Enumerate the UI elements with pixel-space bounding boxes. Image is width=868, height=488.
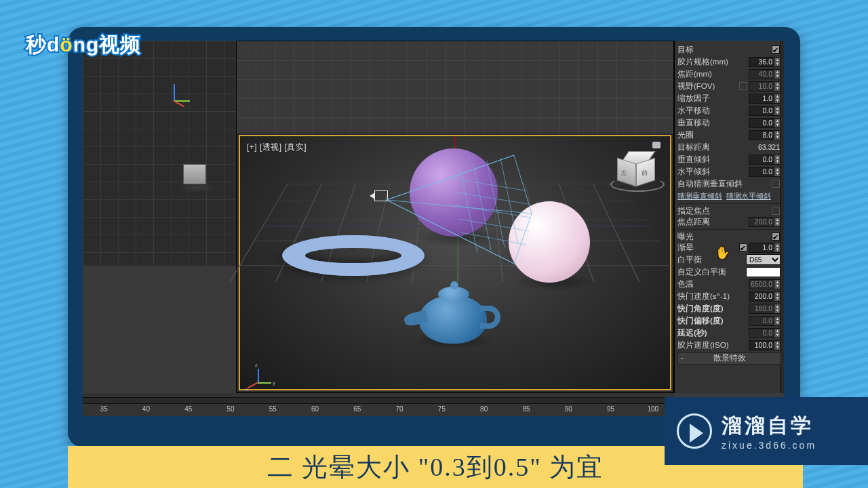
white-balance-select[interactable]: D65 [746, 254, 781, 265]
htilt-input[interactable] [749, 167, 774, 177]
zoom-factor-label: 缩放因子 [677, 92, 749, 104]
specify-focus-checkbox[interactable] [772, 207, 780, 215]
hshift-input[interactable] [749, 106, 774, 116]
fnumber-input[interactable] [749, 130, 774, 140]
target-distance-label: 目标距离 [677, 141, 749, 153]
shutter-angle-input[interactable] [749, 304, 774, 314]
focus-distance-input[interactable] [749, 217, 774, 227]
white-balance-label: 白平衡 [677, 253, 746, 266]
film-gauge-input[interactable] [749, 57, 774, 67]
exposure-label: 曝光 [677, 230, 772, 243]
vtilt-label: 垂直倾斜 [677, 153, 749, 165]
hshift-label: 水平移动 [677, 104, 749, 117]
shutter-offset-input[interactable] [749, 316, 774, 326]
fnumber-label: 光圈 [677, 129, 749, 141]
focal-length-input[interactable] [749, 69, 774, 79]
iso-input[interactable] [749, 340, 774, 350]
vignette-label: 渐晕 [677, 241, 739, 253]
scene-area[interactable]: [+] [透视] [真实] y [239, 135, 671, 390]
target-label: 目标 [677, 43, 772, 56]
torus-object[interactable] [282, 235, 425, 276]
focus-distance-label: 焦点距离 [677, 216, 749, 228]
auto-guess-tilt-label: 自动猜测垂直倾斜 [677, 178, 772, 190]
shutter-speed-input[interactable] [749, 291, 774, 302]
vshift-input[interactable] [749, 118, 774, 128]
target-checkbox[interactable] [772, 45, 780, 54]
fov-input[interactable] [749, 81, 774, 92]
focal-length-label: 焦距(mm) [677, 68, 749, 80]
shutter-angle-label: 快门角度(度) [677, 302, 749, 314]
guess-vtilt-link[interactable]: 猜测垂直倾斜 [677, 190, 722, 202]
delay-label: 延迟(秒) [677, 327, 749, 339]
viewport-perspective[interactable]: [+] [透视] [真实] y [236, 41, 674, 393]
viewcube[interactable]: 左 前 [614, 151, 660, 192]
site-watermark: 溜溜自学 zixue.3d66.com [665, 397, 868, 465]
exposure-checkbox[interactable] [772, 232, 780, 241]
custom-wb-label: 自定义白平衡 [677, 266, 746, 278]
vtilt-input[interactable] [749, 155, 774, 165]
custom-wb-swatch[interactable] [746, 267, 781, 277]
vshift-label: 垂直移动 [677, 117, 749, 129]
sphere-purple-object[interactable] [410, 148, 498, 237]
app-window: [+] [透视] [真实] y [83, 41, 784, 416]
specify-focus-label: 指定焦点 [677, 205, 772, 217]
htilt-label: 水平倾斜 [677, 165, 749, 178]
subtitle-text: 二 光晕大小 "0.3到0.5" 为宜 [267, 450, 604, 485]
channel-watermark: 秒döng视频 [26, 31, 141, 59]
color-temp-label: 色温 [677, 278, 749, 290]
viewport-label[interactable]: [+] [透视] [真实] [247, 142, 307, 153]
hand-cursor-icon: ✋ [714, 245, 730, 261]
steering-wheel-icon[interactable] [652, 142, 660, 148]
auto-guess-tilt-checkbox[interactable] [772, 180, 780, 188]
bokeh-rollout-label: 散景特效 [713, 354, 746, 362]
ground-shadow-icon [178, 183, 218, 192]
timeline-ruler[interactable]: 354045 505560 657075 808590 95100 [83, 393, 674, 416]
camera-gizmo-icon[interactable] [374, 190, 388, 201]
shutter-offset-label: 快门偏移(度) [677, 314, 749, 327]
delay-input[interactable] [749, 328, 774, 338]
guess-htilt-link[interactable]: 猜测水平倾斜 [726, 190, 771, 202]
target-distance-value [749, 142, 781, 152]
timeline-ticks: 354045 505560 657075 808590 95100 [83, 405, 674, 413]
fov-checkbox[interactable] [739, 82, 747, 90]
viewcube-front-label: 前 [642, 169, 648, 178]
vignette-checkbox[interactable] [739, 243, 747, 251]
shutter-speed-label: 快门速度(s^-1) [677, 290, 749, 302]
iso-label: 胶片速度(ISO) [677, 339, 749, 351]
fov-label: 视野(FOV) [677, 80, 739, 92]
object-proxy-icon [183, 164, 206, 184]
camera-parameters-panel: 目标 胶片规格(mm)▲▼ 焦距(mm)▲▼ 视野(FOV)▲▼ 缩放因子▲▼ … [674, 41, 784, 393]
color-temp-input[interactable] [749, 279, 774, 289]
film-gauge-label: 胶片规格(mm) [677, 56, 749, 68]
site-name-cn: 溜溜自学 [722, 412, 816, 440]
viewport-top-grid [237, 41, 673, 134]
viewport-left[interactable] [83, 41, 236, 266]
viewcube-left-label: 左 [621, 169, 627, 178]
site-url: zixue.3d66.com [722, 440, 816, 451]
vignette-input[interactable] [749, 243, 774, 253]
play-circle-icon [677, 413, 712, 449]
teapot-object[interactable] [419, 295, 487, 344]
sphere-pink-object[interactable] [509, 201, 590, 283]
zoom-factor-input[interactable] [749, 94, 774, 104]
panel-scrollbar[interactable] [780, 41, 784, 393]
bokeh-rollout[interactable]: -散景特效 [677, 352, 781, 365]
